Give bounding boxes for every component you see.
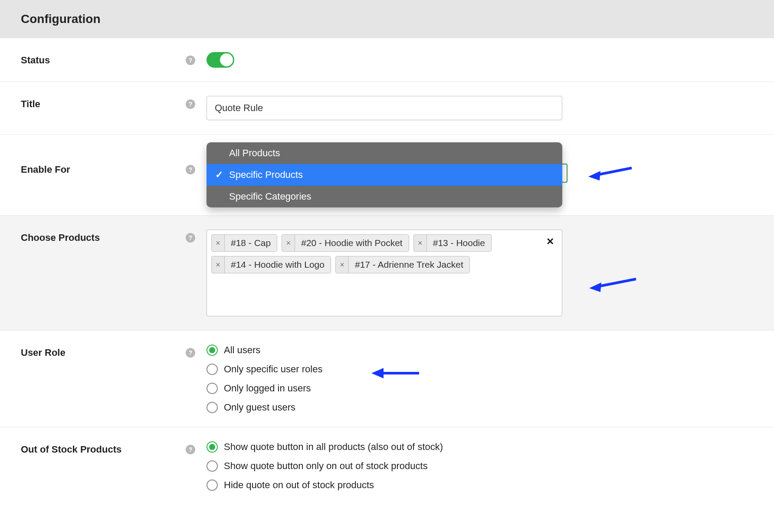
- user-role-label: User Role: [21, 345, 186, 358]
- row-choose-products: Choose Products ? ✕ × #18 - Cap × #20 - …: [0, 216, 774, 331]
- dropdown-option-specific-products[interactable]: Specific Products: [207, 164, 562, 186]
- annotation-arrow-icon: [584, 161, 636, 183]
- choose-products-tagbox[interactable]: ✕ × #18 - Cap × #20 - Hoodie with Pocket…: [207, 230, 562, 316]
- out-of-stock-radio-group: Show quote button in all products (also …: [207, 441, 753, 491]
- radio-label: Only guest users: [224, 402, 295, 413]
- help-icon[interactable]: ?: [186, 445, 195, 454]
- product-tag: × #18 - Cap: [211, 234, 277, 252]
- radio-label: Hide quote on out of stock products: [224, 479, 374, 491]
- svg-marker-3: [589, 282, 601, 292]
- choose-products-label: Choose Products: [21, 230, 186, 243]
- radio-oos-all[interactable]: Show quote button in all products (also …: [207, 441, 753, 453]
- enable-for-label: Enable For: [21, 142, 186, 175]
- remove-tag-icon[interactable]: ×: [212, 235, 225, 251]
- svg-marker-1: [588, 171, 600, 181]
- help-icon[interactable]: ?: [186, 99, 195, 109]
- radio-icon: [207, 460, 218, 472]
- product-tag-label: #20 - Hoodie with Pocket: [295, 235, 408, 251]
- dropdown-option-all-products[interactable]: All Products: [207, 142, 562, 164]
- svg-line-0: [595, 168, 632, 175]
- radio-all-users[interactable]: All users: [207, 345, 753, 356]
- clear-all-icon[interactable]: ✕: [546, 236, 554, 247]
- remove-tag-icon[interactable]: ×: [414, 235, 427, 251]
- help-icon[interactable]: ?: [186, 233, 195, 243]
- annotation-arrow-icon: [584, 273, 640, 295]
- status-toggle[interactable]: [207, 52, 234, 68]
- radio-guest[interactable]: Only guest users: [207, 402, 753, 413]
- radio-label: All users: [224, 345, 260, 356]
- product-tag-label: #18 - Cap: [225, 235, 277, 251]
- radio-label: Show quote button only on out of stock p…: [224, 460, 428, 472]
- radio-logged-in[interactable]: Only logged in users: [207, 383, 753, 394]
- radio-icon: [207, 383, 218, 394]
- row-title: Title ?: [0, 82, 774, 135]
- radio-label: Show quote button in all products (also …: [224, 441, 443, 453]
- out-of-stock-label: Out of Stock Products: [21, 441, 186, 455]
- help-icon[interactable]: ?: [186, 348, 195, 358]
- row-status: Status ?: [0, 38, 774, 82]
- radio-specific-roles[interactable]: Only specific user roles: [207, 364, 753, 375]
- enable-for-dropdown[interactable]: All Products Specific Products Specific …: [207, 142, 562, 207]
- radio-icon: [207, 441, 218, 453]
- product-tag-label: #13 - Hoodie: [427, 235, 491, 251]
- remove-tag-icon[interactable]: ×: [282, 235, 295, 251]
- dropdown-option-specific-categories[interactable]: Specific Categories: [207, 186, 562, 207]
- product-tag-label: #17 - Adrienne Trek Jacket: [349, 256, 469, 273]
- help-icon[interactable]: ?: [186, 56, 195, 65]
- product-tag: × #14 - Hoodie with Logo: [211, 256, 331, 273]
- title-input[interactable]: [207, 96, 562, 120]
- radio-icon: [207, 364, 218, 375]
- select-border-edge: [562, 164, 567, 183]
- radio-icon: [207, 345, 218, 356]
- toggle-knob: [220, 53, 233, 66]
- page-title: Configuration: [0, 0, 774, 38]
- radio-label: Only specific user roles: [224, 364, 322, 375]
- radio-oos-hide[interactable]: Hide quote on out of stock products: [207, 479, 753, 491]
- product-tag: × #17 - Adrienne Trek Jacket: [335, 256, 470, 273]
- row-enable-for: Enable For ? All Products Specific Produ…: [0, 135, 774, 216]
- product-tag: × #20 - Hoodie with Pocket: [282, 234, 409, 252]
- product-tag-label: #14 - Hoodie with Logo: [225, 256, 331, 273]
- status-label: Status: [21, 52, 186, 66]
- row-user-role: User Role ? All users Only specific user…: [0, 331, 774, 427]
- remove-tag-icon[interactable]: ×: [336, 256, 349, 273]
- help-icon[interactable]: ?: [186, 165, 195, 174]
- radio-oos-only[interactable]: Show quote button only on out of stock p…: [207, 460, 753, 472]
- svg-line-2: [596, 279, 636, 287]
- radio-icon: [207, 402, 218, 413]
- product-tag: × #13 - Hoodie: [413, 234, 492, 252]
- radio-label: Only logged in users: [224, 383, 311, 394]
- user-role-radio-group: All users Only specific user roles Only …: [207, 345, 753, 413]
- row-out-of-stock: Out of Stock Products ? Show quote butto…: [0, 427, 774, 505]
- title-label: Title: [21, 96, 186, 110]
- radio-icon: [207, 479, 218, 491]
- remove-tag-icon[interactable]: ×: [212, 256, 225, 273]
